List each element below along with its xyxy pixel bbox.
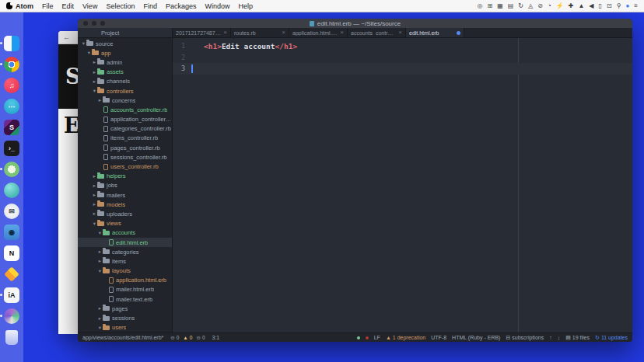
- updates-count[interactable]: ↻11 updates: [595, 335, 628, 341]
- tree-file-items-controller-rb[interactable]: items_controller.rb: [78, 134, 172, 143]
- tree-file-application-controller-rb[interactable]: application_controller.rb: [78, 115, 172, 124]
- teal-orb-app-dock-icon[interactable]: [4, 183, 19, 198]
- tree-file-pages-controller-rb[interactable]: pages_controller.rb: [78, 143, 172, 152]
- menu-help[interactable]: Help: [238, 2, 253, 10]
- siri-status-icon[interactable]: ●: [625, 3, 629, 9]
- tree-folder-app[interactable]: ▾app: [78, 48, 172, 57]
- tree-folder-admin[interactable]: ▸admin: [78, 57, 172, 67]
- shield-status-icon[interactable]: ◎: [478, 3, 483, 9]
- tweetbot-dock-icon[interactable]: ◉: [4, 225, 19, 240]
- files-count[interactable]: ▤19 files: [565, 335, 590, 341]
- slack-dock-icon[interactable]: S: [4, 120, 19, 135]
- close-tab-icon[interactable]: ×: [282, 30, 285, 36]
- tree-folder-users[interactable]: ▾users: [78, 323, 172, 332]
- terminal-dock-icon[interactable]: ›_: [4, 141, 19, 156]
- menu-edit[interactable]: Edit: [62, 2, 75, 10]
- window-status-icon[interactable]: ▤: [508, 3, 514, 9]
- ia-writer-dock-icon[interactable]: iA: [4, 287, 19, 303]
- search-status-icon[interactable]: ⚲: [617, 3, 621, 9]
- tree-file-categories-controller-rb[interactable]: categories_controller.rb: [78, 124, 172, 134]
- cursor-position[interactable]: 3:1: [212, 335, 220, 340]
- title-bar[interactable]: edit.html.erb — ~/Sites/source: [78, 19, 632, 28]
- back-arrow-icon[interactable]: ←: [63, 33, 70, 41]
- dnd-status-icon[interactable]: ⊘: [537, 3, 543, 9]
- location-status-icon[interactable]: ◬: [528, 3, 533, 9]
- messages-dock-icon[interactable]: ⋯: [4, 99, 19, 114]
- arrow-up-indicator[interactable]: ↑: [549, 335, 552, 340]
- tree-folder-views[interactable]: ▾views: [78, 219, 172, 228]
- trash-dock-icon[interactable]: [4, 329, 19, 345]
- tab-20171217274875-add-strip[interactable]: 20171217274875_add_strip…×: [173, 28, 231, 37]
- tree-folder-uploaders[interactable]: ▸uploaders: [78, 209, 172, 218]
- tab-project[interactable]: Project: [78, 28, 173, 37]
- chrome-dock-icon[interactable]: [4, 57, 19, 72]
- tree-folder-categories[interactable]: ▸categories: [78, 247, 172, 256]
- tab-routes-rb[interactable]: routes.rb×: [231, 28, 289, 37]
- tree-file-mailer-text-erb[interactable]: mailer.text.erb: [78, 294, 172, 304]
- airplay-status-icon[interactable]: ⊡: [607, 3, 612, 9]
- tree-folder-controllers[interactable]: ▾controllers: [78, 86, 172, 96]
- display-status-icon[interactable]: ▦: [497, 3, 503, 9]
- tree-file-mailer-html-erb[interactable]: mailer.html.erb: [78, 285, 172, 294]
- sync-status-icon[interactable]: ↻: [518, 3, 523, 9]
- tree-file-users-controller-rb[interactable]: users_controller.rb: [78, 162, 172, 171]
- editor-line-3[interactable]: 3: [173, 63, 632, 75]
- mail-app-dock-icon[interactable]: ✉: [4, 204, 19, 219]
- current-file-path[interactable]: app/views/accounts/edit.html.erb*: [82, 335, 163, 340]
- green-orb-app-dock-icon[interactable]: [4, 162, 19, 177]
- tree-file-sessions-controller-rb[interactable]: sessions_controller.rb: [78, 152, 172, 162]
- dropbox-status-icon[interactable]: ⊞: [488, 3, 493, 9]
- tree-folder-mailers[interactable]: ▸mailers: [78, 190, 172, 200]
- tree-folder-items[interactable]: ▸items: [78, 256, 172, 266]
- tree-folder-jobs[interactable]: ▸jobs: [78, 181, 172, 190]
- close-tab-icon[interactable]: ×: [340, 30, 344, 36]
- menu-file[interactable]: File: [42, 2, 54, 10]
- subscriptions-indicator[interactable]: ⊟subscriptions: [506, 335, 544, 341]
- volume-status-icon[interactable]: ◀: [589, 3, 593, 9]
- tree-folder-channels[interactable]: ▸channels: [78, 77, 172, 86]
- status-green-dot[interactable]: [357, 336, 360, 339]
- tab-edit-html-erb[interactable]: edit.html.erb: [406, 28, 464, 37]
- tree-folder-models[interactable]: ▸models: [78, 200, 172, 209]
- tree-folder-source[interactable]: ▾source: [78, 39, 172, 48]
- tree-folder-layouts[interactable]: ▾layouts: [78, 266, 172, 276]
- encoding-indicator[interactable]: UTF-8: [431, 335, 446, 340]
- wifi-status-icon[interactable]: ▲: [578, 3, 584, 9]
- deprecation-warning[interactable]: ▲1 deprecation: [386, 335, 425, 340]
- menu-window[interactable]: Window: [205, 2, 229, 10]
- tree-folder-helpers[interactable]: ▸helpers: [78, 172, 172, 181]
- menu-find[interactable]: Find: [143, 2, 157, 10]
- grammar-indicator[interactable]: HTML (Ruby - ERB): [452, 335, 500, 340]
- tree-folder-sessions[interactable]: ▸sessions: [78, 313, 172, 322]
- colorful-orb-app-dock-icon[interactable]: [4, 308, 19, 324]
- editor-line-2[interactable]: 2: [173, 52, 632, 64]
- editor-pane[interactable]: 1<h1>Edit account</h1>23: [173, 38, 632, 332]
- tree-folder-assets[interactable]: ▸assets: [78, 68, 172, 77]
- modified-dot[interactable]: [457, 31, 460, 35]
- apple-menu-icon[interactable]: [6, 2, 12, 9]
- finder-dock-icon[interactable]: [4, 36, 19, 51]
- notion-dock-icon[interactable]: N: [4, 245, 19, 261]
- music-dock-icon[interactable]: ♫: [4, 78, 19, 93]
- linter-summary[interactable]: ⊙0▲0⊙0: [170, 335, 205, 341]
- power-status-icon[interactable]: ⚡: [556, 3, 564, 9]
- tree-folder-accounts[interactable]: ▾accounts: [78, 228, 172, 238]
- arrow-down-indicator[interactable]: ↓: [558, 335, 561, 340]
- notification-center-status-icon[interactable]: ≡: [634, 3, 638, 9]
- clock-status-icon[interactable]: ◔: [548, 3, 551, 9]
- plus-status-icon[interactable]: ✚: [569, 3, 574, 9]
- bluetooth-status-icon[interactable]: ▯: [599, 3, 602, 9]
- menu-packages[interactable]: Packages: [166, 2, 197, 10]
- close-tab-icon[interactable]: ×: [398, 30, 402, 36]
- close-tab-icon[interactable]: ×: [223, 30, 227, 36]
- tab-accounts-controller-rb[interactable]: accounts_controller.rb×: [348, 28, 406, 37]
- menu-atom[interactable]: Atom: [16, 2, 33, 10]
- tree-file-edit-html-erb[interactable]: edit.html.erb: [78, 238, 172, 247]
- tree-file-application-html-erb[interactable]: application.html.erb: [78, 276, 172, 285]
- sketch-dock-icon[interactable]: [4, 266, 19, 282]
- editor-line-1[interactable]: 1<h1>Edit account</h1>: [173, 40, 632, 52]
- tree-folder-concerns[interactable]: ▸concerns: [78, 96, 172, 105]
- status-red-dot[interactable]: [366, 336, 369, 339]
- menu-view[interactable]: View: [82, 2, 97, 10]
- tree-folder-pages[interactable]: ▸pages: [78, 304, 172, 313]
